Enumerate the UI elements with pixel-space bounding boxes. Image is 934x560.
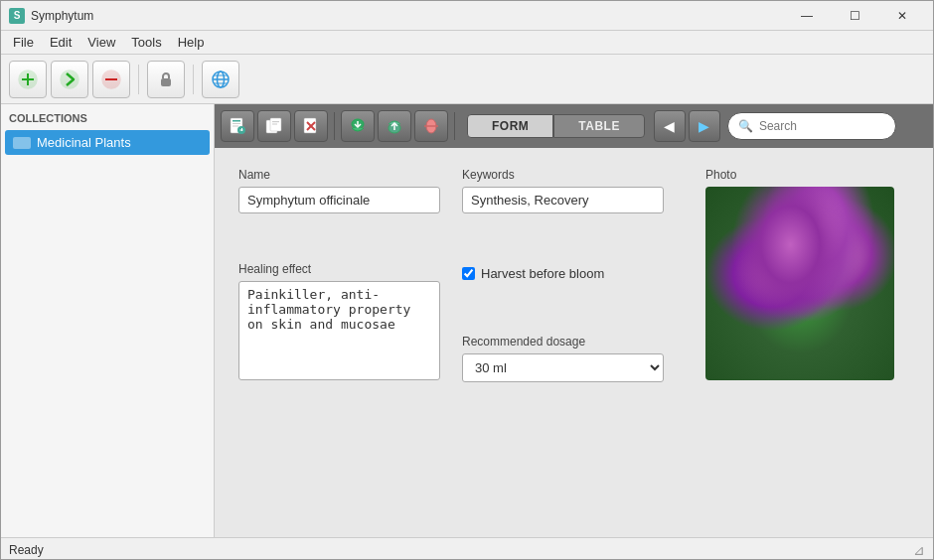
dosage-select[interactable]: 10 ml 20 ml 30 ml 40 ml 50 ml [462, 353, 664, 382]
svg-rect-21 [272, 121, 279, 122]
status-bar: Ready ⊿ [1, 537, 933, 560]
photo-label: Photo [705, 168, 909, 182]
collection-icon [13, 137, 31, 149]
sub-toolbar: FORM TABLE ◀ ▶ 🔍 [215, 104, 933, 148]
sidebar-item-label: Medicinal Plants [37, 135, 131, 150]
title-bar: S Symphytum — ☐ ✕ [1, 1, 933, 31]
delete-doc-button[interactable] [294, 110, 328, 142]
toolbar-separator-2 [193, 65, 194, 94]
lock-button[interactable] [147, 61, 185, 98]
nav-next-button[interactable]: ▶ [689, 110, 720, 142]
svg-rect-18 [241, 128, 242, 131]
svg-point-3 [61, 70, 78, 88]
name-field-group: Name [238, 168, 462, 248]
svg-rect-6 [161, 78, 171, 86]
harvest-dosage-group: Harvest before bloom Recommended dosage … [462, 262, 686, 431]
svg-rect-15 [233, 126, 238, 127]
menu-bar: File Edit View Tools Help [1, 31, 933, 55]
keywords-input[interactable] [462, 187, 664, 213]
dosage-field-group: Recommended dosage 10 ml 20 ml 30 ml 40 … [462, 335, 686, 382]
toolbar [1, 55, 933, 104]
healing-field-group: Healing effect Painkiller, anti-inflamma… [238, 262, 462, 417]
menu-view[interactable]: View [79, 33, 123, 52]
delete-record-button[interactable] [92, 61, 130, 98]
sidebar: Collections Medicinal Plants [1, 104, 215, 537]
dosage-label: Recommended dosage [462, 335, 686, 349]
export-button[interactable] [378, 110, 411, 142]
app-icon: S [9, 8, 25, 24]
healing-label: Healing effect [238, 262, 462, 276]
view-tabs: FORM TABLE [467, 114, 645, 138]
svg-rect-13 [233, 120, 240, 122]
healing-input[interactable]: Painkiller, anti-inflammatory property o… [238, 281, 440, 380]
photo-area: Photo [686, 168, 909, 484]
search-input[interactable] [759, 119, 885, 133]
minimize-button[interactable]: — [784, 1, 830, 31]
name-label: Name [238, 168, 462, 182]
window-controls: — ☐ ✕ [784, 1, 925, 31]
menu-help[interactable]: Help [170, 33, 213, 52]
resize-handle[interactable]: ⊿ [913, 542, 925, 558]
close-button[interactable]: ✕ [879, 1, 925, 31]
add-record-button[interactable] [9, 61, 47, 98]
name-input[interactable] [238, 187, 440, 213]
svg-rect-5 [105, 78, 117, 80]
menu-edit[interactable]: Edit [42, 33, 79, 52]
main-layout: Collections Medicinal Plants [1, 104, 933, 537]
import-button[interactable] [341, 110, 375, 142]
photo-placeholder[interactable] [705, 187, 894, 380]
harvest-checkbox[interactable] [462, 267, 475, 280]
new-doc-button[interactable] [221, 110, 254, 142]
keywords-label: Keywords [462, 168, 686, 182]
nav-prev-button[interactable]: ◀ [654, 110, 686, 142]
search-box: 🔍 [727, 112, 896, 140]
maximize-button[interactable]: ☐ [832, 1, 877, 31]
harvest-label: Harvest before bloom [481, 266, 604, 281]
status-text: Ready [9, 543, 44, 557]
settings-button[interactable] [414, 110, 448, 142]
keywords-field-group: Keywords [462, 168, 686, 248]
photo-image [705, 187, 894, 380]
svg-rect-14 [233, 123, 240, 124]
tab-form[interactable]: FORM [467, 114, 553, 138]
svg-rect-22 [272, 124, 277, 125]
sub-separator-2 [454, 112, 455, 140]
menu-tools[interactable]: Tools [123, 33, 169, 52]
form-area: Name Keywords Photo Healing effect Paink… [215, 148, 933, 537]
app-title: Symphytum [31, 9, 784, 23]
menu-file[interactable]: File [5, 33, 42, 52]
svg-rect-2 [22, 78, 34, 80]
copy-doc-button[interactable] [257, 110, 291, 142]
navigate-forward-button[interactable] [51, 61, 88, 98]
harvest-row: Harvest before bloom [462, 266, 686, 281]
sub-separator-1 [334, 112, 335, 140]
toolbar-separator-1 [138, 65, 139, 94]
content-area: FORM TABLE ◀ ▶ 🔍 Name Keywords [215, 104, 933, 537]
collections-header: Collections [1, 108, 214, 130]
search-icon: 🔍 [738, 119, 753, 133]
tab-table[interactable]: TABLE [553, 114, 645, 138]
sidebar-item-medicinal-plants[interactable]: Medicinal Plants [5, 130, 210, 155]
web-button[interactable] [202, 61, 239, 98]
